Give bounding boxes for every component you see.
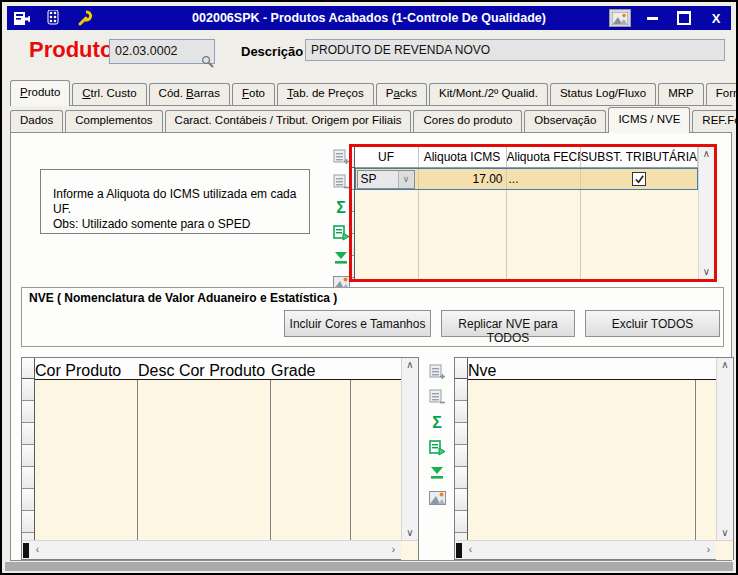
- nve-groupbox: NVE ( Nomenclatura de Valor Aduaneiro e …: [21, 287, 724, 347]
- icms-info-box: Informe a Aliquota do ICMS utilizada em …: [40, 169, 310, 234]
- icms-grid-row-sp[interactable]: SP ∨ 17.00 ...: [355, 168, 698, 190]
- scroll-right-icon[interactable]: ›: [701, 545, 716, 555]
- icms-nve-panel: Informe a Aliquota do ICMS utilizada em …: [10, 132, 732, 561]
- tab-mrp[interactable]: MRP: [658, 83, 704, 105]
- product-label: Produto: [29, 37, 113, 63]
- app-window: 002006SPK - Produtos Acabados (1-Control…: [0, 0, 738, 575]
- subst-tributaria-cell[interactable]: [581, 168, 698, 190]
- add-row-icon[interactable]: [331, 148, 351, 167]
- col-aliquota-icms[interactable]: Aliquota ICMS: [419, 147, 507, 167]
- tab-status-log-fluxo[interactable]: Status Log/Fluxo: [550, 83, 656, 105]
- scroll-down-icon[interactable]: ∨: [403, 528, 418, 538]
- colors-grid-row-headers: [22, 358, 35, 540]
- picture-icon[interactable]: [609, 9, 631, 27]
- tab-cod-barras[interactable]: Cód. Barras: [149, 83, 230, 105]
- icms-grid: UF Aliquota ICMS Aliquota FECP SUBST. TR…: [349, 144, 717, 282]
- col-nve[interactable]: Nve: [468, 358, 696, 379]
- aliquota-icms-cell[interactable]: 17.00: [419, 168, 507, 190]
- scroll-down-icon[interactable]: ∨: [718, 528, 733, 538]
- icms-grid-vscroll[interactable]: ∧ ∨: [698, 147, 714, 279]
- nve-grid-toolbar: Σ: [427, 363, 449, 507]
- scroll-down-icon[interactable]: ∨: [699, 267, 714, 277]
- tab-icms-nve[interactable]: ICMS / NVE: [608, 107, 690, 133]
- scroll-up-icon[interactable]: ∧: [699, 149, 714, 159]
- scroll-up-icon[interactable]: ∧: [403, 360, 418, 370]
- close-button[interactable]: X: [705, 10, 727, 27]
- description-label: Descrição: [241, 44, 303, 59]
- nve-grid-row-headers: [455, 358, 468, 540]
- col-desc-cor-produto[interactable]: Desc Cor Produto: [138, 358, 271, 379]
- scroll-left-icon[interactable]: ‹: [463, 545, 478, 555]
- excluir-todos-button[interactable]: Excluir TODOS: [585, 310, 720, 337]
- hscroll-thumb[interactable]: [456, 543, 462, 558]
- add-row-icon[interactable]: [427, 363, 447, 382]
- copy-run-icon[interactable]: [331, 223, 351, 242]
- uf-combo[interactable]: SP ∨: [357, 170, 415, 189]
- scroll-left-icon[interactable]: ‹: [30, 545, 45, 555]
- tab-produto[interactable]: Produto: [10, 80, 70, 106]
- uf-combo-dropdown-icon[interactable]: ∨: [398, 171, 414, 188]
- nve-grid-hscroll[interactable]: ‹ ›: [455, 540, 733, 559]
- nve-grid-empty-rows: [468, 380, 716, 540]
- copy-run-icon[interactable]: [427, 438, 447, 457]
- tab-kit-mont-qualid[interactable]: Kit/Mont./2º Qualid.: [429, 83, 548, 105]
- nve-title: NVE ( Nomenclatura de Valor Aduaneiro e …: [29, 291, 337, 305]
- product-code-field[interactable]: 02.03.0002: [109, 39, 215, 64]
- tab-cores-do-produto[interactable]: Cores do produto: [413, 110, 522, 132]
- tab-ref-fornecedor[interactable]: REF.Fornecedor: [692, 110, 738, 132]
- colors-grid: Cor Produto Desc Cor Produto Grade ∧ ∨: [21, 357, 419, 560]
- delete-row-icon[interactable]: [331, 173, 351, 192]
- minimize-button[interactable]: [641, 10, 663, 27]
- replicar-nve-todos-button[interactable]: Replicar NVE para TODOS: [441, 310, 575, 337]
- tab-packs[interactable]: Packs: [376, 83, 427, 105]
- image-icon[interactable]: [427, 488, 447, 507]
- colors-grid-vscroll[interactable]: ∧ ∨: [401, 358, 418, 540]
- uf-combo-value: SP: [358, 172, 398, 186]
- nve-grid-vscroll[interactable]: ∧ ∨: [716, 358, 733, 540]
- scroll-corner: [401, 541, 418, 560]
- col-uf[interactable]: UF: [355, 147, 419, 167]
- nve-grid-header: Nve: [468, 358, 716, 380]
- sum-icon[interactable]: Σ: [331, 198, 351, 217]
- aliquota-icms-ellipsis-button[interactable]: ...: [507, 168, 581, 190]
- icms-grid-header: UF Aliquota ICMS Aliquota FECP SUBST. TR…: [355, 147, 698, 168]
- col-grade[interactable]: Grade: [271, 358, 351, 379]
- import-icon[interactable]: [427, 463, 447, 482]
- nve-grid: Nve ∧ ∨ ‹ ›: [454, 357, 734, 560]
- product-header: Produto 02.03.0002 Descrição PRODUTO DE …: [9, 30, 733, 80]
- subst-tributaria-checkbox[interactable]: [632, 172, 646, 186]
- description-field[interactable]: PRODUTO DE REVENDA NOVO: [305, 39, 725, 61]
- tab-observacao[interactable]: Observação: [524, 110, 606, 132]
- info-line-1: Informe a Aliquota do ICMS utilizada em …: [53, 187, 299, 217]
- tab-complementos[interactable]: Complementos: [65, 110, 162, 132]
- scroll-up-icon[interactable]: ∧: [718, 360, 733, 370]
- tab-tab-de-precos[interactable]: Tab. de Preços: [277, 83, 374, 105]
- col-subst-tributaria[interactable]: SUBST. TRIBUTÁRIA: [581, 147, 698, 167]
- sum-icon[interactable]: Σ: [427, 413, 447, 432]
- icms-grid-empty-rows: [355, 190, 698, 279]
- colors-grid-hscroll[interactable]: ‹ ›: [22, 540, 418, 559]
- tab-foto[interactable]: Foto: [232, 83, 275, 105]
- tab-forma-pgto[interactable]: Forma Pgto.: [706, 83, 738, 105]
- traffic-light-icon[interactable]: [43, 9, 63, 28]
- import-icon[interactable]: [331, 248, 351, 267]
- col-cor-produto[interactable]: Cor Produto: [35, 358, 138, 379]
- tab-dados[interactable]: Dados: [10, 110, 63, 132]
- sub-tabs: Dados Complementos Caract. Contábeis / T…: [10, 106, 732, 132]
- wrench-icon[interactable]: [75, 9, 95, 28]
- colors-grid-header: Cor Produto Desc Cor Produto Grade: [35, 358, 401, 380]
- tab-ctrl-custo[interactable]: Ctrl. Custo: [72, 83, 146, 105]
- incluir-cores-tamanhos-button[interactable]: Incluir Cores e Tamanhos: [284, 310, 431, 337]
- delete-row-icon[interactable]: [427, 388, 447, 407]
- window-bottom-frame: [5, 562, 733, 571]
- titlebar: 002006SPK - Produtos Acabados (1-Control…: [7, 6, 731, 30]
- hscroll-thumb[interactable]: [23, 543, 29, 558]
- maximize-button[interactable]: [673, 10, 695, 27]
- tab-caract-contabeis[interactable]: Caract. Contábeis / Tribut. Origem por F…: [165, 110, 412, 132]
- magnifier-icon[interactable]: [201, 54, 214, 72]
- colors-grid-empty-rows: [35, 380, 401, 540]
- exit-icon[interactable]: [11, 9, 31, 28]
- scroll-corner: [716, 541, 733, 560]
- scroll-right-icon[interactable]: ›: [386, 545, 401, 555]
- col-aliquota-fecp[interactable]: Aliquota FECP: [507, 147, 581, 167]
